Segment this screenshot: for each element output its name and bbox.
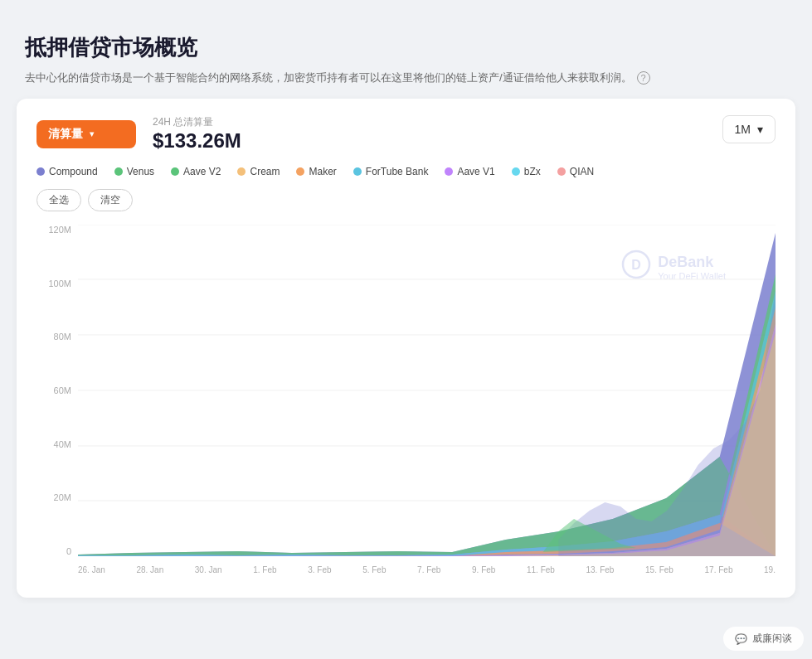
chart-top-row: 清算量 ▾ 24H 总清算量 $133.26M 1M ▾ xyxy=(36,115,776,153)
clear-button[interactable]: 清空 xyxy=(88,189,133,211)
legend-row: CompoundVenusAave V2CreamMakerForTube Ba… xyxy=(36,166,776,177)
x-axis-label: 3. Feb xyxy=(308,565,331,574)
legend-dot xyxy=(114,167,123,176)
legend-item-qian[interactable]: QIAN xyxy=(557,166,594,177)
metric-label: 清算量 xyxy=(48,127,83,142)
legend-label: Compound xyxy=(49,166,98,177)
x-axis-label: 11. Feb xyxy=(527,565,555,574)
legend-actions: 全选 清空 xyxy=(36,189,776,211)
x-axis-label: 5. Feb xyxy=(362,565,386,574)
legend-item-bzx[interactable]: bZx xyxy=(512,166,541,177)
y-axis-label: 0 xyxy=(66,546,71,556)
legend-item-aave-v2[interactable]: Aave V2 xyxy=(171,166,221,177)
y-axis-label: 100M xyxy=(48,279,71,288)
x-axis-label: 17. Feb xyxy=(705,565,733,574)
y-axis-label: 80M xyxy=(54,332,71,342)
period-label: 1M xyxy=(735,123,751,136)
footer-icon: 💬 xyxy=(735,633,747,645)
x-axis-label: 9. Feb xyxy=(472,565,495,574)
y-axis-label: 40M xyxy=(54,439,71,449)
legend-item-cream[interactable]: Cream xyxy=(237,166,280,177)
y-axis: 120M100M80M60M40M20M0 xyxy=(36,225,78,556)
legend-label: Maker xyxy=(309,166,336,177)
total-value: $133.26M xyxy=(153,129,241,153)
legend-dot xyxy=(36,167,45,176)
x-axis-label: 7. Feb xyxy=(417,565,440,574)
help-icon[interactable]: ? xyxy=(637,71,650,85)
legend-dot xyxy=(557,167,566,176)
page-title: 抵押借贷市场概览 xyxy=(25,33,787,62)
footer-text: 威廉闲谈 xyxy=(752,632,792,646)
chart-left: 清算量 ▾ 24H 总清算量 $133.26M xyxy=(36,115,241,153)
chart-svg xyxy=(78,225,776,556)
legend-dot xyxy=(296,167,304,176)
legend-label: Aave V2 xyxy=(183,166,221,177)
metric-arrow: ▾ xyxy=(90,129,94,138)
page-header: 抵押借贷市场概览 去中心化的借贷市场是一个基于智能合约的网络系统，加密货币持有者… xyxy=(17,17,795,99)
x-axis-label: 26. Jan xyxy=(78,565,105,574)
legend-label: QIAN xyxy=(570,166,594,177)
y-axis-label: 60M xyxy=(54,385,71,395)
legend-label: Aave V1 xyxy=(457,166,494,177)
legend-label: Venus xyxy=(127,166,154,177)
chart-area: D DeBank Your DeFi Wallet 120M100M80M60M… xyxy=(36,225,776,581)
legend-label: ForTube Bank xyxy=(366,166,429,177)
x-axis-label: 19. xyxy=(764,565,776,574)
total-label: 24H 总清算量 xyxy=(153,115,241,129)
legend-label: bZx xyxy=(524,166,541,177)
legend-item-compound[interactable]: Compound xyxy=(36,166,98,177)
page-container: 抵押借贷市场概览 去中心化的借贷市场是一个基于智能合约的网络系统，加密货币持有者… xyxy=(17,17,795,598)
period-dropdown[interactable]: 1M ▾ xyxy=(722,115,776,143)
chart-inner xyxy=(78,225,776,556)
x-axis-label: 28. Jan xyxy=(136,565,163,574)
x-axis-label: 15. Feb xyxy=(645,565,673,574)
legend-dot xyxy=(512,167,520,176)
footer-watermark: 💬 威廉闲谈 xyxy=(723,627,804,651)
y-axis-label: 120M xyxy=(48,225,71,235)
legend-dot xyxy=(445,167,453,176)
legend-dot xyxy=(353,167,362,176)
page-subtitle: 去中心化的借贷市场是一个基于智能合约的网络系统，加密货币持有者可以在这里将他们的… xyxy=(25,70,787,85)
legend-item-maker[interactable]: Maker xyxy=(296,166,336,177)
x-axis-label: 30. Jan xyxy=(195,565,222,574)
legend-item-aave-v1[interactable]: Aave V1 xyxy=(445,166,494,177)
legend-item-venus[interactable]: Venus xyxy=(114,166,154,177)
legend-label: Cream xyxy=(250,166,280,177)
x-axis: 26. Jan28. Jan30. Jan1. Feb3. Feb5. Feb7… xyxy=(78,558,776,581)
select-all-button[interactable]: 全选 xyxy=(36,189,81,211)
chart-card: 清算量 ▾ 24H 总清算量 $133.26M 1M ▾ CompoundVen… xyxy=(17,99,795,598)
legend-item-fortube-bank[interactable]: ForTube Bank xyxy=(353,166,429,177)
subtitle-text: 去中心化的借贷市场是一个基于智能合约的网络系统，加密货币持有者可以在这里将他们的… xyxy=(25,70,632,85)
y-axis-label: 20M xyxy=(54,492,71,502)
legend-dot xyxy=(237,167,246,176)
period-arrow: ▾ xyxy=(757,123,763,136)
metric-dropdown[interactable]: 清算量 ▾ xyxy=(36,120,136,148)
legend-dot xyxy=(171,167,179,176)
x-axis-label: 1. Feb xyxy=(253,565,276,574)
total-info: 24H 总清算量 $133.26M xyxy=(153,115,241,153)
x-axis-label: 13. Feb xyxy=(586,565,615,574)
